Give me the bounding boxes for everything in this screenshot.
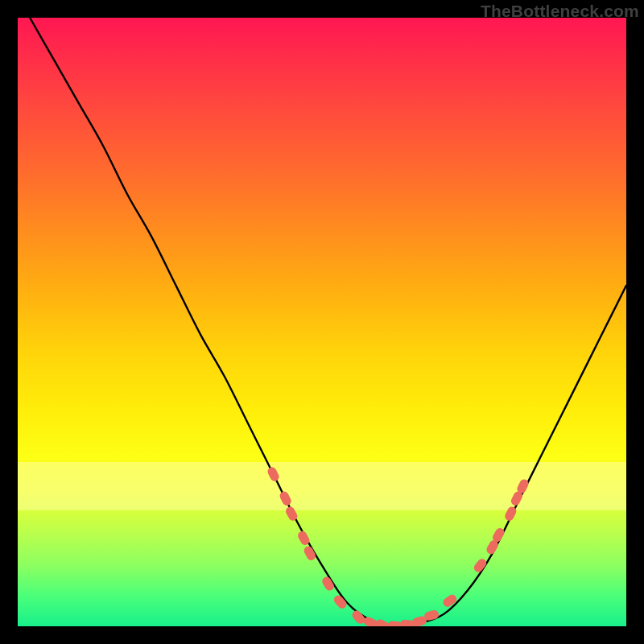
chart-overlay	[18, 18, 626, 626]
curve-marker	[473, 557, 489, 574]
curve-marker	[441, 593, 458, 609]
chart-frame: TheBottleneck.com	[0, 0, 644, 644]
bottleneck-curve	[30, 18, 626, 626]
curve-marker	[279, 490, 293, 507]
curve-marker	[332, 593, 349, 610]
watermark-text: TheBottleneck.com	[481, 2, 639, 21]
curve-markers	[266, 465, 530, 626]
curve-marker	[266, 465, 281, 482]
